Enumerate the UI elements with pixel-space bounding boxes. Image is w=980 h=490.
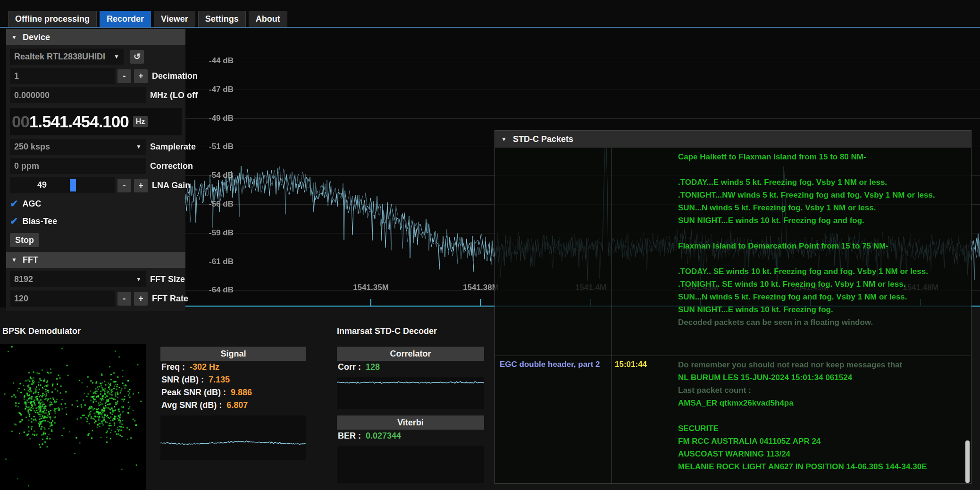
db-axis-label: -51 dB [209, 142, 234, 151]
lna-slider-handle[interactable] [70, 179, 76, 191]
lna-decrease-button[interactable]: - [117, 179, 131, 192]
decimation-label: Decimation [152, 71, 198, 81]
lo-offset-input[interactable]: 0.000000 [10, 87, 146, 103]
checkmark-icon: ✔ [10, 198, 18, 209]
app-window: Offline processing Recorder Viewer Setti… [0, 0, 980, 490]
fft-section-title: FFT [23, 255, 38, 265]
packet-timestamp: 15:01:44 [615, 360, 647, 369]
bpsk-demodulator-title: BPSK Demodulator [2, 326, 81, 336]
decimation-input[interactable]: 1 [10, 68, 115, 84]
stdc-scrollbar-thumb[interactable] [965, 440, 970, 483]
packet-message-line: .TODAY...E winds 5 kt. Freezing fog. Vsb… [678, 176, 961, 189]
refresh-button[interactable]: ↺ [130, 50, 144, 64]
collapse-icon: ▼ [11, 34, 17, 41]
agc-checkbox[interactable]: ✔ AGC [10, 197, 182, 211]
correlator-label: Corr : [338, 362, 361, 372]
packet-type: EGC double header, part 2 [500, 360, 609, 369]
correction-label: Correction [150, 161, 193, 171]
viterbi-ber-label: BER : [338, 431, 361, 441]
bias-tee-label: Bias-Tee [23, 216, 58, 226]
decimation-increase-button[interactable]: + [134, 69, 148, 83]
device-driver-value: Realtek RTL2838UHIDI [14, 52, 105, 62]
packet-message-line: FM RCC AUSTRALIA 041105Z APR 24 [678, 435, 961, 448]
packet-message-line: Cape Halkett to Flaxman Island from 15 t… [678, 150, 961, 163]
viterbi-ber-value: 0.027344 [366, 431, 401, 441]
constellation-display [0, 344, 146, 490]
fft-rate-label: FFT Rate [152, 294, 188, 304]
viterbi-graph [337, 446, 484, 483]
correlator-value: 128 [366, 362, 380, 372]
packet-message-line: .TODAY.. SE winds 10 kt. Freezing fog an… [678, 265, 961, 278]
packet-message-line: Do remember you should not read nor keep… [678, 358, 961, 371]
correction-input[interactable]: 0 ppm [10, 158, 146, 174]
packet-message-line [678, 252, 961, 265]
decimation-decrease-button[interactable]: - [117, 69, 131, 83]
samplerate-value: 250 ksps [14, 142, 50, 152]
signal-snr-label: SNR (dB) : [161, 375, 204, 385]
stdc-decoder-title: Inmarsat STD-C Decoder [337, 326, 437, 336]
frequency-axis-label: 1541.35M [353, 283, 389, 292]
packet-message-line: .TONIGHT...NW winds 5 kt. Freezing fog a… [678, 189, 961, 201]
packet-message-line: Last packet count : [678, 384, 961, 397]
samplerate-label: Samplerate [150, 142, 196, 152]
db-axis-label: -59 dB [209, 228, 234, 238]
chevron-down-icon: ▼ [114, 53, 119, 60]
packet-message-line [678, 227, 961, 240]
fft-section-header[interactable]: ▼ FFT [6, 252, 185, 268]
device-panel: ▼ Device Realtek RTL2838UHIDI ▼ ↺ 1 - + … [6, 29, 185, 311]
column-divider [611, 148, 612, 483]
db-axis-label: -61 dB [209, 257, 234, 266]
tab-offline-processing[interactable]: Offline processing [8, 11, 97, 27]
packet-message-line: NL BURUM LES 15-JUN-2024 15:01:34 061524 [678, 371, 961, 384]
db-axis-label: -49 dB [209, 114, 234, 123]
packet-message-line: MELANIE ROCK LIGHT AN627 IN POSITION 14-… [678, 460, 961, 473]
db-axis-label: -54 dB [209, 171, 234, 180]
correlator-graph [337, 377, 484, 409]
db-axis-label: -64 dB [209, 285, 234, 295]
db-axis-label: -44 dB [209, 56, 234, 66]
fft-rate-decrease-button[interactable]: - [117, 292, 131, 306]
fft-size-select[interactable]: 8192 ▼ [10, 271, 146, 287]
packet-message-line: SUN...N winds 5 kt. Freezing fog and fog… [678, 291, 961, 303]
packet-message-line [678, 163, 961, 176]
signal-avg-snr-value: 6.807 [226, 400, 248, 410]
tab-about[interactable]: About [249, 11, 287, 27]
tab-viewer[interactable]: Viewer [154, 11, 195, 27]
agc-label: AGC [23, 199, 42, 209]
packet-message-line [678, 409, 961, 422]
chevron-down-icon: ▼ [136, 143, 142, 150]
fft-rate-increase-button[interactable]: + [134, 292, 148, 306]
signal-peak-snr-value: 9.886 [231, 388, 252, 398]
packet-message-line: SUN...N winds 5 kt. Freezing fog. Vsby 1… [678, 201, 961, 214]
frequency-display[interactable]: 001.541.454.100 Hz [10, 108, 182, 135]
packet-message-line: SECURITE [678, 422, 961, 435]
tab-settings[interactable]: Settings [198, 11, 246, 27]
collapse-icon: ▼ [501, 136, 507, 142]
signal-graph [160, 415, 306, 460]
row-divider [495, 356, 971, 356]
lna-gain-slider[interactable]: 49 [10, 177, 115, 193]
device-section-header[interactable]: ▼ Device [6, 29, 185, 45]
signal-peak-snr-label: Peak SNR (dB) : [161, 388, 226, 398]
stdc-window-header[interactable]: ▼ STD-C Packets [495, 131, 971, 148]
frequency-leading-zeros: 00 [12, 112, 29, 131]
tabbar-accent-line [0, 27, 980, 28]
chevron-down-icon: ▼ [136, 276, 142, 282]
viterbi-header: Viterbi [337, 415, 484, 430]
samplerate-select[interactable]: 250 ksps ▼ [10, 139, 146, 155]
stop-button[interactable]: Stop [10, 233, 39, 247]
frequency-axis-label: 1541.38M [463, 283, 499, 292]
fft-size-label: FFT Size [150, 274, 185, 284]
device-section-title: Device [23, 33, 50, 42]
tab-recorder[interactable]: Recorder [100, 11, 151, 27]
packet-message: Cape Halkett to Flaxman Island from 15 t… [678, 150, 961, 329]
fft-rate-input[interactable]: 120 [10, 291, 115, 307]
fft-size-value: 8192 [14, 274, 33, 284]
bias-tee-checkbox[interactable]: ✔ Bias-Tee [10, 214, 182, 228]
checkmark-icon: ✔ [10, 216, 18, 227]
device-driver-select[interactable]: Realtek RTL2838UHIDI ▼ [10, 49, 124, 65]
signal-avg-snr-label: Avg SNR (dB) : [161, 400, 222, 410]
frequency-unit-badge: Hz [133, 116, 148, 127]
lna-increase-button[interactable]: + [134, 179, 148, 192]
signal-freq-label: Freq : [161, 362, 185, 372]
